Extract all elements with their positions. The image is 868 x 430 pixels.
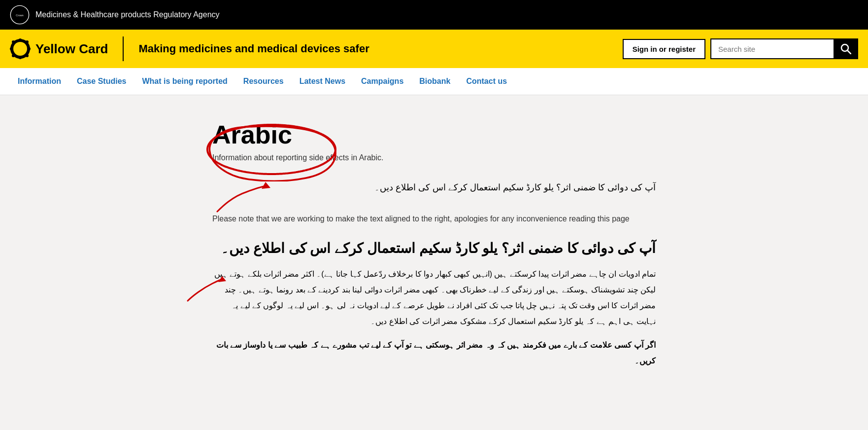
nav-item-resources[interactable]: Resources	[235, 68, 292, 95]
svg-point-3	[13, 42, 27, 56]
svg-point-4	[19, 38, 22, 41]
search-button[interactable]	[834, 38, 858, 59]
nav-item-contact[interactable]: Contact us	[458, 68, 515, 95]
search-container	[710, 38, 858, 59]
main-content: Arabic Information about reporting side …	[0, 95, 868, 384]
page-title: Arabic	[212, 120, 292, 149]
nav-bar: Information Case Studies What is being r…	[0, 68, 868, 95]
urdu-paragraph-2: اگر آپ کسی علامت کے بارے میں فکرمند ہیں …	[212, 337, 656, 369]
gov-bar: Crown Medicines & Healthcare products Re…	[0, 0, 868, 30]
search-icon	[840, 43, 851, 54]
svg-point-8	[12, 40, 15, 43]
note-text: Please note that we are working to make …	[212, 213, 656, 225]
svg-point-10	[12, 54, 15, 57]
nav-item-case-studies[interactable]: Case Studies	[69, 68, 134, 95]
nav-item-biobank[interactable]: Biobank	[411, 68, 458, 95]
annotation-area: آپ کی دوائی کا ضمنی اثر؟ یلو کارڈ سکیم ا…	[212, 182, 656, 193]
urdu-section: آپ کی دوائی کا ضمنی اثر؟ یلو کارڈ سکیم ا…	[212, 240, 656, 369]
gov-logo-icon: Crown	[10, 5, 30, 25]
header-divider	[123, 36, 124, 61]
yellow-card-logo[interactable]: Yellow Card	[10, 38, 108, 59]
nav-item-latest-news[interactable]: Latest News	[292, 68, 353, 95]
annotation-area-2: تمام ادویات ان چاہے مضر اثرات پیدا کرسکت…	[212, 266, 656, 329]
urdu-paragraph-1: تمام ادویات ان چاہے مضر اثرات پیدا کرسکت…	[212, 266, 656, 329]
sign-in-button[interactable]: Sign in or register	[623, 39, 705, 59]
svg-line-13	[848, 51, 851, 54]
yellow-card-icon	[10, 38, 31, 59]
page-title-wrapper: Arabic Information about reporting side …	[212, 110, 656, 172]
page-subtitle: Information about reporting side effects…	[212, 153, 656, 162]
header-actions: Sign in or register	[623, 38, 858, 59]
svg-point-5	[19, 56, 22, 59]
svg-point-9	[26, 40, 29, 43]
svg-point-6	[10, 47, 13, 50]
nav-item-information[interactable]: Information	[10, 68, 69, 95]
header-tagline: Making medicines and medical devices saf…	[138, 42, 612, 55]
svg-point-11	[26, 54, 29, 57]
yellow-card-text: Yellow Card	[35, 41, 108, 57]
nav-item-what-reported[interactable]: What is being reported	[134, 68, 235, 95]
search-input[interactable]	[710, 38, 834, 59]
svg-point-7	[28, 47, 31, 50]
gov-title: Medicines & Healthcare products Regulato…	[35, 10, 220, 19]
nav-item-campaigns[interactable]: Campaigns	[353, 68, 411, 95]
svg-text:Crown: Crown	[16, 14, 23, 17]
yellow-header: Yellow Card Making medicines and medical…	[0, 30, 868, 68]
urdu-heading-small: آپ کی دوائی کا ضمنی اثر؟ یلو کارڈ سکیم ا…	[227, 182, 656, 193]
urdu-main-heading: آپ کی دوائی کا ضمنی اثر؟ یلو کارڈ سکیم ا…	[212, 240, 656, 256]
content-area: Arabic Information about reporting side …	[212, 110, 656, 369]
